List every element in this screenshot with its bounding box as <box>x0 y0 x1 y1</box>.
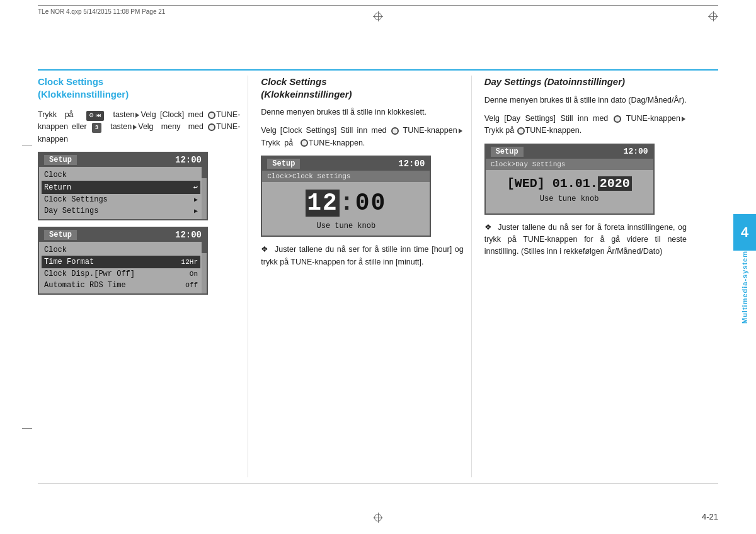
col3-arrow-right <box>682 116 685 122</box>
screen1-row4-arrow: ▶ <box>194 207 198 215</box>
day-body: [WED] 01.01.2020 Use tune knob <box>486 170 653 213</box>
col2-title: Clock Settings (Klokkeinnstillinger) <box>261 76 463 100</box>
clock-big-display: 12:00 <box>262 190 430 217</box>
day-screen-header: Setup 12:00 <box>486 145 653 159</box>
scrollbar-thumb <box>202 167 207 178</box>
margin-mark-left-top <box>22 145 32 145</box>
crosshair-bottom-center <box>373 513 383 523</box>
scrollbar-thumb-2 <box>202 242 207 253</box>
main-content: Clock Settings (Klokkeinnstillinger) Try… <box>38 76 718 477</box>
screen1-header: Setup 12:00 <box>39 153 207 167</box>
screen2-row2: Time Format 12Hr <box>42 256 200 268</box>
clock-screen: Setup 12:00 Clock>Clock Settings 12:00 U… <box>261 156 431 237</box>
col2-arrow-right <box>459 128 462 134</box>
bottom-decorative-line <box>38 483 718 484</box>
col1-title: Clock Settings (Klokkeinnstillinger) <box>38 76 240 100</box>
screen1-row1: Clock <box>44 169 198 181</box>
settings-icon: ⚙ ⏮ <box>86 111 104 121</box>
col2-body1: Denne menyen brukes til å stille inn klo… <box>261 106 463 118</box>
sidebar-chapter-label: Multimedia-system <box>733 246 756 329</box>
col3-title: Day Settings (Datoinnstillinger) <box>484 76 687 88</box>
screen1: Setup 12:00 Clock Return ↩ Clock Setting… <box>38 152 208 220</box>
column-3: Day Settings (Datoinnstillinger) Denne m… <box>471 76 718 477</box>
tune-knob-icon <box>208 111 215 119</box>
col2-tune-icon-2 <box>301 139 308 147</box>
screen2-row4: Automatic RDS Time Off <box>44 280 198 291</box>
scrollbar-track-2 <box>202 242 207 293</box>
col2-note: ❖ Juster tallene du nå ser for å stille … <box>261 243 463 268</box>
screen2-time: 12:00 <box>175 230 202 240</box>
file-info: TLe NOR 4.qxp 5/14/2015 11:08 PM Page 21 <box>38 8 165 15</box>
screen1-body: Clock Return ↩ Clock Settings ▶ Day Sett… <box>39 167 207 219</box>
column-2: Clock Settings (Klokkeinnstillinger) Den… <box>248 76 471 477</box>
year-highlight: 2020 <box>598 176 632 191</box>
top-decorative-line <box>38 69 718 71</box>
clock-display: 12:00 <box>262 182 430 219</box>
screen2-setup-label: Setup <box>44 230 77 240</box>
note-symbol: ❖ <box>261 244 269 254</box>
day-tune-label: Use tune knob <box>486 195 653 207</box>
screen1-setup-label: Setup <box>44 155 77 165</box>
clock-hour: 12 <box>306 190 340 217</box>
clock-setup-label: Setup <box>267 159 300 169</box>
arrow-right-icon <box>135 113 139 118</box>
col3-body1: Denne menyen brukes til å stille inn dat… <box>484 94 687 106</box>
screen2-row1: Clock <box>44 244 198 256</box>
screen1-row4: Day Settings ▶ <box>44 205 198 217</box>
screen2: Setup 12:00 Clock Time Format 12Hr Clock… <box>38 227 208 295</box>
arrow-right-icon-2 <box>133 125 137 130</box>
screen1-row3-arrow: ▶ <box>194 196 198 203</box>
btn-3-icon: 3 <box>92 123 101 133</box>
day-date-display: [WED] 01.01.2020 <box>486 176 653 191</box>
day-screen: Setup 12:00 Clock>Day Settings [WED] 01.… <box>484 144 655 215</box>
clock-minute: 00 <box>355 190 387 217</box>
col2-tune-icon-1 <box>391 127 399 135</box>
screen2-header: Setup 12:00 <box>39 228 207 242</box>
margin-mark-left-bottom <box>22 428 32 429</box>
col3-tune-icon-1 <box>614 115 621 123</box>
day-subheader: Clock>Day Settings <box>486 159 653 170</box>
clock-subheader: Clock>Clock Settings <box>262 171 430 182</box>
col3-body2: Velg [Day Settings] Still inn med TUNE-k… <box>484 113 687 137</box>
clock-tune-label: Use tune knob <box>262 219 430 236</box>
col3-tune-icon-2 <box>517 127 525 135</box>
col3-note: ❖ Juster tallene du nå ser for å foreta … <box>484 221 687 258</box>
day-setup-label: Setup <box>491 147 524 157</box>
clock-header-time: 12:00 <box>398 159 425 169</box>
scrollbar-track <box>202 167 207 219</box>
day-header-time: 12:00 <box>624 147 648 157</box>
col1-body-text: Trykk på ⚙ ⏮ tastenVelg [Clock] med TUNE… <box>38 109 240 145</box>
screen2-row3: Clock Disp.[Pwr Off] On <box>44 268 198 280</box>
screen1-row2-icon: ↩ <box>193 183 198 192</box>
col2-body2: Velg [Clock Settings] Still inn med TUNE… <box>261 125 463 149</box>
screen1-row2: Return ↩ <box>42 181 200 194</box>
screen1-time: 12:00 <box>175 155 202 165</box>
column-1: Clock Settings (Klokkeinnstillinger) Try… <box>38 76 248 477</box>
col3-note-symbol: ❖ <box>484 222 493 232</box>
clock-screen-header: Setup 12:00 <box>262 157 430 171</box>
page-number: 4-21 <box>702 512 718 521</box>
screen2-body: Clock Time Format 12Hr Clock Disp.[Pwr O… <box>39 242 207 293</box>
screen1-row3: Clock Settings ▶ <box>44 194 198 205</box>
crosshair-top-center <box>373 11 383 21</box>
crosshair-top-right <box>708 11 718 21</box>
tune-knob-icon-2 <box>208 123 215 131</box>
